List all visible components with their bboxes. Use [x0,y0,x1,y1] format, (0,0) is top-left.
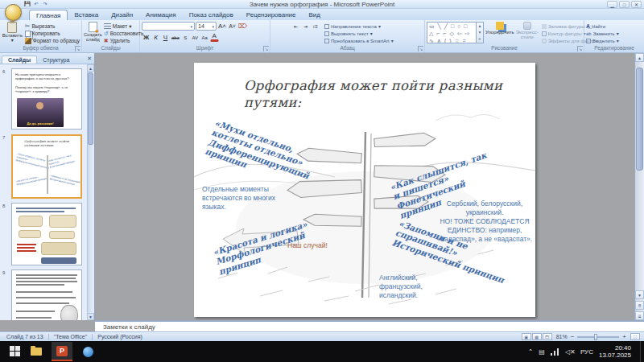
line-spacing-button[interactable]: ↕≡ [311,22,320,31]
minimize-button[interactable]: ▁ [607,1,617,8]
font-name-combo[interactable]: ▾ [142,22,195,31]
shapes-gallery[interactable]: ▭ ╲ ╱ □ ○ □ △ ⌐ ⌐ ◇ ⇦ ⇨ ∿ ∧ ( ) ☆ = ▲▼≡ [427,22,484,45]
tab-insert[interactable]: Вставка [68,10,105,20]
muted-speaker-icon[interactable]: ◁✕ [565,348,575,356]
panel-close-icon[interactable]: ✕ [87,56,92,62]
bullets-button[interactable] [272,22,281,31]
slide-canvas[interactable]: Орфография может пойти разными путями: «… [194,63,535,317]
font-dialog-launcher[interactable]: ↘ [263,46,269,51]
scroll-down-icon[interactable]: ▼ [635,290,644,299]
tab-design[interactable]: Дизайн [105,10,139,20]
zoom-out-icon[interactable]: − [571,333,575,340]
differentiating-note[interactable]: Отдельные моменты встречаются во многих … [202,185,279,212]
panel-tab-slides[interactable]: Слайды [2,56,37,64]
align-center-button[interactable] [282,33,291,42]
panel-tab-outline[interactable]: Структура [37,56,75,64]
slide-thumbnail-7-selected[interactable]: Орфография может пойти разными путями: «… [11,134,82,199]
increase-indent-button[interactable]: ⇥ [301,22,310,31]
align-left-button[interactable] [272,33,281,42]
taskbar-browser-icon[interactable] [77,342,98,361]
tray-folder-icon[interactable]: ▤ [539,348,545,356]
columns-button[interactable] [311,33,320,42]
text-direction-button[interactable]: Направление текста▾ [324,23,394,30]
main-scrollbar[interactable]: ▲ ▼ ⇈ ⇊ [634,53,644,320]
slide-thumbnail-8[interactable] [11,203,82,265]
tab-animation[interactable]: Анимация [139,10,183,20]
notes-pane[interactable]: Заметки к слайду [95,320,644,331]
fit-to-window-button[interactable]: ⛶ [630,333,640,340]
office-button[interactable] [5,4,22,21]
next-slide-button[interactable]: ⇊ [635,311,644,320]
historical-note[interactable]: Английский, французский, исландский. [379,274,442,300]
slide-thumbnail-9[interactable] [11,269,82,320]
scroll-up-icon[interactable]: ▲ [635,53,644,62]
layout-button[interactable]: Макет▾ [104,23,144,30]
network-icon[interactable] [551,348,559,356]
tab-slideshow[interactable]: Показ слайдов [183,10,240,20]
slide-thumbnail-6[interactable]: На какие принципы опирается орфография, … [11,68,82,130]
delete-slide-button[interactable]: ✖Удалить [104,37,144,44]
underline-button[interactable]: Ч [161,33,170,42]
change-case-button[interactable]: Аа [200,33,209,42]
taskbar-powerpoint-icon[interactable]: P [52,342,72,361]
start-button[interactable] [10,346,21,357]
tray-expand-icon[interactable]: ⌃ [528,348,534,356]
save-icon[interactable]: 💾 [24,1,31,7]
undo-icon[interactable]: ↶ [33,1,39,7]
zoom-slider-knob[interactable] [594,334,597,340]
normal-view-button[interactable]: ▣ [522,333,531,340]
tab-view[interactable]: Вид [303,10,327,20]
tab-review[interactable]: Рецензирование [240,10,303,20]
clipboard-dialog-launcher[interactable]: ↘ [75,46,80,51]
quick-styles-button[interactable]: Экспресс-стили [516,22,539,45]
find-button[interactable]: А̲Найти [586,23,642,30]
slideshow-view-button[interactable]: 🗔 [543,333,552,340]
tab-home[interactable]: Главная [29,10,68,20]
select-button[interactable]: Выделить▾ [586,37,642,44]
shadow-button[interactable]: S [181,33,190,42]
panel-scrollbar[interactable]: ▲ ▼ [87,64,94,320]
our-case-note[interactable]: Наш случай! [287,241,344,250]
paragraph-dialog-launcher[interactable]: ↘ [418,46,423,51]
strikethrough-button[interactable]: abc [171,33,180,42]
new-slide-button[interactable]: Создать слайд [84,22,102,45]
justify-button[interactable] [301,33,310,42]
font-color-button[interactable]: А [210,32,219,42]
decrease-indent-button[interactable]: ⇤ [291,22,300,31]
cut-button[interactable]: ✂Вырезать [25,23,80,30]
shrink-font-button[interactable]: A˅ [228,22,237,31]
taskbar-explorer-icon[interactable] [26,342,47,361]
font-size-combo[interactable]: 14▾ [196,22,217,31]
reset-button[interactable]: ↺Восстановить [104,30,144,37]
format-painter-button[interactable]: Формат по образцу [25,37,80,44]
bold-button[interactable]: Ж [142,33,151,42]
shapes-gallery-scroll[interactable]: ▲▼≡ [477,22,484,43]
slide-title[interactable]: Орфография может пойти разными путями: [244,77,510,111]
panel-scroll-down-icon[interactable]: ▼ [87,313,94,320]
align-text-button[interactable]: Выровнять текст▾ [324,30,394,37]
italic-button[interactable]: К [151,33,160,42]
show-desktop-button[interactable] [640,341,644,362]
zoom-in-icon[interactable]: + [622,333,626,340]
align-right-button[interactable] [291,33,300,42]
grow-font-button[interactable]: A˄ [217,22,227,31]
replace-button[interactable]: abЗаменить▾ [586,30,642,37]
copy-button[interactable]: Копировать [25,30,80,37]
char-spacing-button[interactable]: AV [191,33,200,42]
arrange-button[interactable]: Упорядочить [485,22,514,45]
slide-sorter-view-button[interactable]: ▦ [532,333,542,340]
maximize-button[interactable]: □ [619,1,630,8]
tray-language[interactable]: РУС [580,348,593,356]
drawing-dialog-launcher[interactable]: ↘ [577,46,583,51]
panel-scroll-thumb[interactable] [88,72,93,145]
paste-button[interactable]: Вставить▾ [2,22,23,45]
close-button[interactable]: ✕ [631,1,642,8]
panel-scroll-up-icon[interactable]: ▲ [87,64,94,72]
tray-clock[interactable]: 20:40 13.07.2025 [599,344,631,359]
clear-formatting-button[interactable]: ⌦ [237,22,248,31]
zoom-slider[interactable] [577,336,619,338]
language-indicator[interactable]: Русский (Россия) [97,334,142,339]
redo-icon[interactable]: ↷ [42,1,48,7]
numbering-button[interactable] [282,22,291,31]
smartart-button[interactable]: Преобразовать в SmartArt▾ [324,37,394,44]
